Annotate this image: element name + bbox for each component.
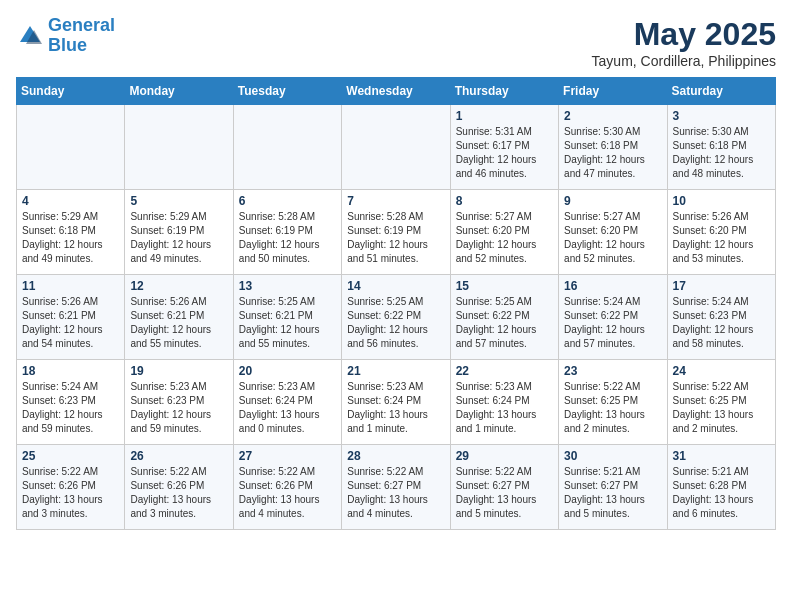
day-detail: Sunrise: 5:26 AM Sunset: 6:20 PM Dayligh… (673, 210, 770, 266)
day-number: 2 (564, 109, 661, 123)
calendar-cell: 14Sunrise: 5:25 AM Sunset: 6:22 PM Dayli… (342, 275, 450, 360)
day-detail: Sunrise: 5:29 AM Sunset: 6:19 PM Dayligh… (130, 210, 227, 266)
calendar-cell: 10Sunrise: 5:26 AM Sunset: 6:20 PM Dayli… (667, 190, 775, 275)
calendar-cell: 11Sunrise: 5:26 AM Sunset: 6:21 PM Dayli… (17, 275, 125, 360)
day-detail: Sunrise: 5:22 AM Sunset: 6:26 PM Dayligh… (130, 465, 227, 521)
day-detail: Sunrise: 5:24 AM Sunset: 6:23 PM Dayligh… (673, 295, 770, 351)
calendar-cell: 2Sunrise: 5:30 AM Sunset: 6:18 PM Daylig… (559, 105, 667, 190)
calendar-cell: 1Sunrise: 5:31 AM Sunset: 6:17 PM Daylig… (450, 105, 558, 190)
calendar-cell: 23Sunrise: 5:22 AM Sunset: 6:25 PM Dayli… (559, 360, 667, 445)
day-detail: Sunrise: 5:21 AM Sunset: 6:27 PM Dayligh… (564, 465, 661, 521)
day-number: 17 (673, 279, 770, 293)
day-number: 24 (673, 364, 770, 378)
calendar-cell: 22Sunrise: 5:23 AM Sunset: 6:24 PM Dayli… (450, 360, 558, 445)
calendar-cell: 12Sunrise: 5:26 AM Sunset: 6:21 PM Dayli… (125, 275, 233, 360)
day-detail: Sunrise: 5:22 AM Sunset: 6:25 PM Dayligh… (564, 380, 661, 436)
day-number: 31 (673, 449, 770, 463)
day-number: 19 (130, 364, 227, 378)
calendar-cell: 6Sunrise: 5:28 AM Sunset: 6:19 PM Daylig… (233, 190, 341, 275)
day-detail: Sunrise: 5:30 AM Sunset: 6:18 PM Dayligh… (564, 125, 661, 181)
calendar-cell: 18Sunrise: 5:24 AM Sunset: 6:23 PM Dayli… (17, 360, 125, 445)
day-number: 25 (22, 449, 119, 463)
day-number: 27 (239, 449, 336, 463)
day-number: 13 (239, 279, 336, 293)
calendar-cell: 30Sunrise: 5:21 AM Sunset: 6:27 PM Dayli… (559, 445, 667, 530)
calendar-cell: 26Sunrise: 5:22 AM Sunset: 6:26 PM Dayli… (125, 445, 233, 530)
day-detail: Sunrise: 5:23 AM Sunset: 6:24 PM Dayligh… (456, 380, 553, 436)
month-title: May 2025 (592, 16, 776, 53)
day-number: 18 (22, 364, 119, 378)
day-detail: Sunrise: 5:27 AM Sunset: 6:20 PM Dayligh… (456, 210, 553, 266)
day-detail: Sunrise: 5:24 AM Sunset: 6:22 PM Dayligh… (564, 295, 661, 351)
day-detail: Sunrise: 5:27 AM Sunset: 6:20 PM Dayligh… (564, 210, 661, 266)
calendar-cell (233, 105, 341, 190)
day-detail: Sunrise: 5:26 AM Sunset: 6:21 PM Dayligh… (22, 295, 119, 351)
day-number: 4 (22, 194, 119, 208)
day-number: 5 (130, 194, 227, 208)
day-number: 11 (22, 279, 119, 293)
weekday-header-tuesday: Tuesday (233, 78, 341, 105)
calendar-cell: 21Sunrise: 5:23 AM Sunset: 6:24 PM Dayli… (342, 360, 450, 445)
calendar-cell (17, 105, 125, 190)
day-number: 8 (456, 194, 553, 208)
calendar-cell: 13Sunrise: 5:25 AM Sunset: 6:21 PM Dayli… (233, 275, 341, 360)
calendar-cell: 15Sunrise: 5:25 AM Sunset: 6:22 PM Dayli… (450, 275, 558, 360)
calendar-header: SundayMondayTuesdayWednesdayThursdayFrid… (17, 78, 776, 105)
weekday-header-thursday: Thursday (450, 78, 558, 105)
page-header: General Blue May 2025 Tayum, Cordillera,… (16, 16, 776, 69)
weekday-header-sunday: Sunday (17, 78, 125, 105)
calendar-cell: 7Sunrise: 5:28 AM Sunset: 6:19 PM Daylig… (342, 190, 450, 275)
title-block: May 2025 Tayum, Cordillera, Philippines (592, 16, 776, 69)
calendar-cell: 16Sunrise: 5:24 AM Sunset: 6:22 PM Dayli… (559, 275, 667, 360)
day-detail: Sunrise: 5:23 AM Sunset: 6:24 PM Dayligh… (239, 380, 336, 436)
calendar-cell: 25Sunrise: 5:22 AM Sunset: 6:26 PM Dayli… (17, 445, 125, 530)
day-detail: Sunrise: 5:24 AM Sunset: 6:23 PM Dayligh… (22, 380, 119, 436)
calendar-cell: 4Sunrise: 5:29 AM Sunset: 6:18 PM Daylig… (17, 190, 125, 275)
day-detail: Sunrise: 5:22 AM Sunset: 6:27 PM Dayligh… (347, 465, 444, 521)
day-number: 15 (456, 279, 553, 293)
day-detail: Sunrise: 5:31 AM Sunset: 6:17 PM Dayligh… (456, 125, 553, 181)
calendar-cell: 9Sunrise: 5:27 AM Sunset: 6:20 PM Daylig… (559, 190, 667, 275)
day-number: 26 (130, 449, 227, 463)
calendar-cell: 3Sunrise: 5:30 AM Sunset: 6:18 PM Daylig… (667, 105, 775, 190)
logo-icon (16, 22, 44, 50)
day-number: 22 (456, 364, 553, 378)
calendar-table: SundayMondayTuesdayWednesdayThursdayFrid… (16, 77, 776, 530)
calendar-cell: 31Sunrise: 5:21 AM Sunset: 6:28 PM Dayli… (667, 445, 775, 530)
day-detail: Sunrise: 5:21 AM Sunset: 6:28 PM Dayligh… (673, 465, 770, 521)
day-detail: Sunrise: 5:25 AM Sunset: 6:21 PM Dayligh… (239, 295, 336, 351)
day-number: 29 (456, 449, 553, 463)
calendar-cell: 19Sunrise: 5:23 AM Sunset: 6:23 PM Dayli… (125, 360, 233, 445)
day-number: 21 (347, 364, 444, 378)
calendar-cell: 8Sunrise: 5:27 AM Sunset: 6:20 PM Daylig… (450, 190, 558, 275)
day-detail: Sunrise: 5:28 AM Sunset: 6:19 PM Dayligh… (347, 210, 444, 266)
weekday-header-saturday: Saturday (667, 78, 775, 105)
day-number: 30 (564, 449, 661, 463)
day-number: 14 (347, 279, 444, 293)
day-detail: Sunrise: 5:25 AM Sunset: 6:22 PM Dayligh… (347, 295, 444, 351)
calendar-cell (125, 105, 233, 190)
weekday-header-monday: Monday (125, 78, 233, 105)
day-number: 7 (347, 194, 444, 208)
day-detail: Sunrise: 5:26 AM Sunset: 6:21 PM Dayligh… (130, 295, 227, 351)
day-detail: Sunrise: 5:28 AM Sunset: 6:19 PM Dayligh… (239, 210, 336, 266)
day-number: 6 (239, 194, 336, 208)
calendar-cell: 5Sunrise: 5:29 AM Sunset: 6:19 PM Daylig… (125, 190, 233, 275)
calendar-cell: 27Sunrise: 5:22 AM Sunset: 6:26 PM Dayli… (233, 445, 341, 530)
weekday-header-wednesday: Wednesday (342, 78, 450, 105)
day-number: 20 (239, 364, 336, 378)
day-number: 9 (564, 194, 661, 208)
day-detail: Sunrise: 5:23 AM Sunset: 6:24 PM Dayligh… (347, 380, 444, 436)
weekday-header-friday: Friday (559, 78, 667, 105)
calendar-cell: 24Sunrise: 5:22 AM Sunset: 6:25 PM Dayli… (667, 360, 775, 445)
day-number: 10 (673, 194, 770, 208)
day-detail: Sunrise: 5:25 AM Sunset: 6:22 PM Dayligh… (456, 295, 553, 351)
day-number: 28 (347, 449, 444, 463)
calendar-cell: 17Sunrise: 5:24 AM Sunset: 6:23 PM Dayli… (667, 275, 775, 360)
calendar-cell: 28Sunrise: 5:22 AM Sunset: 6:27 PM Dayli… (342, 445, 450, 530)
day-detail: Sunrise: 5:22 AM Sunset: 6:26 PM Dayligh… (239, 465, 336, 521)
day-detail: Sunrise: 5:23 AM Sunset: 6:23 PM Dayligh… (130, 380, 227, 436)
calendar-cell (342, 105, 450, 190)
location: Tayum, Cordillera, Philippines (592, 53, 776, 69)
calendar-cell: 20Sunrise: 5:23 AM Sunset: 6:24 PM Dayli… (233, 360, 341, 445)
